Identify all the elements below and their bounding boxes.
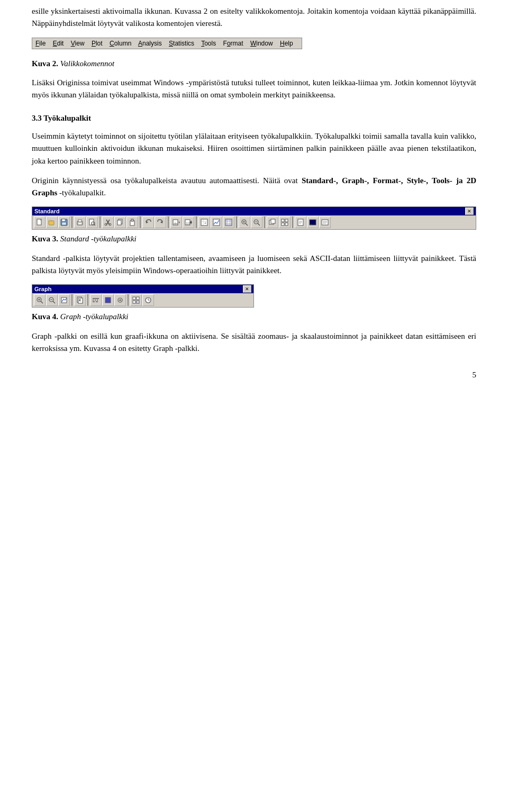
menu-item-plot[interactable]: Plot xyxy=(92,40,103,47)
menu-bar: File Edit View Plot Column Analysis Stat… xyxy=(32,38,302,49)
svg-marker-27 xyxy=(190,220,192,224)
p4-bold1: Standard-, xyxy=(302,176,338,185)
menu-item-column[interactable]: Column xyxy=(110,40,131,47)
svg-rect-7 xyxy=(78,220,81,222)
tb-data-info[interactable] xyxy=(295,216,306,228)
svg-rect-34 xyxy=(226,220,228,222)
tb-new-graph[interactable] xyxy=(211,216,222,228)
svg-rect-49 xyxy=(282,223,284,225)
tb-export[interactable]: 123 xyxy=(183,216,194,228)
tb-time[interactable] xyxy=(142,294,154,306)
tb-layer-button[interactable] xyxy=(130,294,142,306)
standard-toolbar-titlebar: Standard ✕ xyxy=(32,207,476,215)
menu-item-window[interactable]: Window xyxy=(250,40,273,47)
svg-marker-20 xyxy=(146,221,148,223)
svg-text:abc: abc xyxy=(174,222,178,225)
tb-redo[interactable] xyxy=(155,216,166,228)
graph-toolbar-titlebar: Graph ✕ xyxy=(32,285,253,293)
tb-zoom-out[interactable] xyxy=(251,216,262,228)
paragraph-6: Graph -palkki on esillä kun graafi-ikkun… xyxy=(32,330,476,355)
menu-item-tools[interactable]: Tools xyxy=(201,40,216,47)
tb-graph-rescale[interactable] xyxy=(58,294,70,306)
tb-new-worksheet[interactable]: + xyxy=(198,216,210,228)
tb-import[interactable]: abc xyxy=(170,216,182,228)
tb-script[interactable]: _ xyxy=(307,216,319,228)
svg-rect-2 xyxy=(49,220,51,221)
kuva2-label: Kuva 2. xyxy=(32,59,58,68)
svg-text:+: + xyxy=(204,221,206,225)
paragraph-1: esille yksinkertaisesti aktivoimalla ikk… xyxy=(32,5,476,30)
standard-toolbar-title: Standard xyxy=(34,208,60,214)
tb-copy[interactable] xyxy=(114,216,126,228)
menu-item-analysis[interactable]: Analysis xyxy=(138,40,162,47)
caption-kuva2: Kuva 2. Valikkokomennot xyxy=(32,58,476,70)
svg-marker-24 xyxy=(178,221,180,223)
paragraph-4: Originin käynnistyessä osa työkalupalkei… xyxy=(32,175,476,200)
svg-rect-68 xyxy=(61,297,67,303)
svg-rect-8 xyxy=(78,223,81,224)
tb-sep1 xyxy=(71,216,72,228)
svg-line-62 xyxy=(41,301,43,303)
tb-results[interactable] xyxy=(319,216,331,228)
menu-item-help[interactable]: Help xyxy=(280,40,293,47)
tb-tile[interactable] xyxy=(279,216,291,228)
kuva4-label: Kuva 4. xyxy=(32,312,58,321)
tb-zoom-in[interactable] xyxy=(239,216,250,228)
tb-graph-sep3 xyxy=(128,294,129,306)
svg-line-39 xyxy=(246,223,248,225)
tb-undo[interactable] xyxy=(142,216,154,228)
menu-item-file[interactable]: File xyxy=(35,40,46,47)
tb-new[interactable] xyxy=(34,216,46,228)
tb-graph-sep1 xyxy=(71,294,72,306)
kuva4-caption-text: Graph -työkalupalkki xyxy=(60,312,129,321)
p4-part1: Originin käynnistyessä osa työkalupalkei… xyxy=(32,176,302,185)
tb-print[interactable] xyxy=(74,216,86,228)
svg-rect-32 xyxy=(213,219,220,225)
tb-windows-cascade[interactable] xyxy=(267,216,278,228)
tb-line-style[interactable] xyxy=(90,294,102,306)
svg-rect-36 xyxy=(226,223,228,225)
svg-rect-4 xyxy=(62,219,65,221)
svg-rect-5 xyxy=(62,222,66,225)
menu-item-view[interactable]: View xyxy=(71,40,85,47)
tb-symbol[interactable] xyxy=(114,294,126,306)
tb-new-layout[interactable] xyxy=(223,216,234,228)
tb-graph-zoom-in[interactable] xyxy=(34,294,46,306)
svg-rect-46 xyxy=(271,219,275,223)
standard-toolbar-icons: abc 123 + xyxy=(32,215,476,229)
tb-graph-zoom-out[interactable] xyxy=(46,294,58,306)
tb-fill[interactable] xyxy=(102,294,114,306)
tb-cut[interactable] xyxy=(102,216,114,228)
kuva3-label: Kuva 3. xyxy=(32,234,58,243)
svg-rect-50 xyxy=(285,223,288,225)
svg-rect-37 xyxy=(229,223,231,225)
svg-text:123: 123 xyxy=(186,222,190,225)
page-content: esille yksinkertaisesti aktivoimalla ikk… xyxy=(32,0,476,380)
tb-layer-prev[interactable] xyxy=(74,294,86,306)
tb-open[interactable] xyxy=(46,216,58,228)
paragraph-5: Standard -palkista löytyvät projektien t… xyxy=(32,252,476,277)
graph-toolbar-container: Graph ✕ xyxy=(32,284,254,308)
section-heading-toolbars: 3.3 Työkalupalkit xyxy=(32,112,476,124)
svg-rect-75 xyxy=(105,297,111,303)
kuva2-caption-text: Valikkokomennot xyxy=(60,59,114,68)
standard-toolbar-container: Standard ✕ xyxy=(32,206,476,230)
tb-sep6 xyxy=(236,216,237,228)
menu-item-format[interactable]: Format xyxy=(223,40,243,47)
menu-item-edit[interactable]: Edit xyxy=(53,40,64,47)
tb-paste[interactable] xyxy=(126,216,138,228)
menu-item-statistics[interactable]: Statistics xyxy=(169,40,194,47)
kuva3-caption-text: Standard -työkalupalkki xyxy=(60,234,137,243)
caption-kuva3: Kuva 3. Standard -työkalupalkki xyxy=(32,233,476,245)
page-number: 5 xyxy=(32,371,476,380)
svg-line-11 xyxy=(94,224,95,225)
graph-toolbar-close[interactable]: ✕ xyxy=(243,285,251,293)
tb-graph-sep2 xyxy=(87,294,88,306)
svg-line-43 xyxy=(258,223,260,225)
svg-line-66 xyxy=(53,301,55,303)
tb-preview[interactable] xyxy=(86,216,98,228)
tb-sep2 xyxy=(99,216,101,228)
standard-toolbar-close[interactable]: ✕ xyxy=(465,207,474,215)
tb-save[interactable] xyxy=(58,216,70,228)
svg-rect-79 xyxy=(137,297,139,300)
